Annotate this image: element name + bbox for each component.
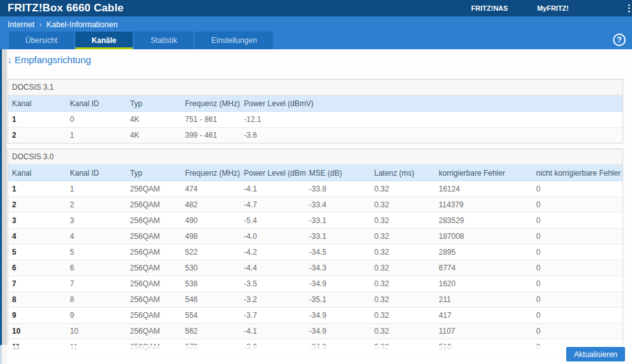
table-cell: 256QAM [127, 197, 182, 213]
table-cell: 256QAM [127, 245, 182, 260]
table-cell: 6 [66, 260, 127, 276]
column-header: Kanal [8, 165, 66, 181]
tab-statistik[interactable]: Statistik [134, 32, 194, 49]
table-cell: -33.1 [306, 229, 371, 245]
table-cell: 0.32 [371, 213, 435, 229]
table-cell: 2 [8, 197, 66, 213]
table-cell: 0.32 [371, 197, 435, 213]
table-cell: -35.1 [306, 292, 371, 308]
column-header: Kanal [8, 95, 66, 112]
table-cell: 4K [127, 128, 182, 143]
table-cell: -12.1 [240, 112, 623, 128]
table-cell: -33.1 [306, 213, 371, 229]
table-cell: -4.1 [240, 324, 306, 339]
fritznas-link[interactable]: FRITZ!NAS [471, 4, 508, 12]
table-cell: 0 [533, 197, 623, 213]
table-cell: 1 [8, 112, 66, 128]
table-row: 1010256QAM562-4.1-34.90.3211070 [8, 324, 623, 339]
table-cell: 0 [533, 245, 623, 260]
table-cell: -5.4 [240, 213, 306, 229]
table-cell: -3.7 [240, 308, 306, 324]
table-row: 11256QAM474-4.1-33.80.32161240 [8, 181, 623, 197]
app-title: FRITZ!Box 6660 Cable [8, 2, 124, 15]
table-cell: -4.4 [240, 260, 306, 276]
main-content: ↓Empfangsrichtung DOCSIS 3.1 KanalKanal … [0, 49, 632, 355]
help-icon[interactable]: ? [613, 33, 626, 46]
table-cell: 5 [66, 245, 127, 260]
tab-uebersicht[interactable]: Übersicht [9, 32, 74, 49]
table-cell: 1 [8, 181, 66, 197]
tab-einstellungen[interactable]: Einstellungen [195, 32, 273, 49]
table-cell: 3 [8, 213, 66, 229]
column-header: MSE (dB) [306, 165, 371, 181]
table-cell: 0 [533, 229, 623, 245]
top-bar: FRITZ!Box 6660 Cable FRITZ!NAS MyFRITZ! … [0, 0, 632, 16]
table-cell: -3.6 [240, 128, 623, 143]
table-cell: 2 [8, 128, 66, 143]
table-cell: 211 [435, 292, 533, 308]
table-cell: 0.32 [371, 292, 435, 308]
table-cell: 417 [435, 308, 533, 324]
docsis30-column-headers: KanalKanal IDTypFrequenz (MHz)Power Leve… [8, 165, 623, 181]
docsis31-table: DOCSIS 3.1 KanalKanal IDTypFrequenz (MHz… [8, 79, 623, 143]
table-row: 22256QAM482-4.7-33.40.321143790 [8, 197, 623, 213]
column-header: Power Level (dBmV) [240, 95, 623, 112]
table-cell: 0.32 [371, 308, 435, 324]
table-cell: 6774 [435, 260, 533, 276]
table-cell: 530 [182, 260, 240, 276]
table-cell: 283529 [435, 213, 533, 229]
tab-kanaele[interactable]: Kanäle [75, 32, 133, 49]
column-header: korrigierbare Fehler [435, 165, 533, 181]
table-cell: 10 [8, 324, 66, 339]
table-row: 77256QAM538-3.5-34.90.3216200 [8, 276, 623, 292]
table-cell: 6 [8, 260, 66, 276]
myfritz-link[interactable]: MyFRITZ! [537, 4, 569, 12]
table-cell: -4.7 [240, 197, 306, 213]
column-header: Typ [127, 165, 182, 181]
table-cell: 1 [66, 128, 127, 143]
empfangsrichtung-label: Empfangsrichtung [15, 54, 91, 65]
table-cell: -34.9 [306, 324, 371, 339]
table-cell: -34.9 [306, 308, 371, 324]
table-cell: 1107 [435, 324, 533, 339]
table-cell: 256QAM [127, 181, 182, 197]
column-header: Typ [127, 95, 182, 112]
table-cell: 9 [8, 308, 66, 324]
table-cell: 0 [533, 213, 623, 229]
table-cell: 10 [66, 324, 127, 339]
table-cell: 498 [182, 229, 240, 245]
table-cell: 256QAM [127, 260, 182, 276]
breadcrumb-kabel-informationen: Kabel-Informationen [46, 20, 118, 29]
table-row: 104K751 - 861-12.1 [8, 112, 623, 128]
refresh-button[interactable]: Aktualisieren [566, 347, 625, 361]
table-cell: 5 [8, 245, 66, 260]
kebab-menu-icon[interactable]: ⋮ [624, 2, 632, 15]
bottom-action-bar: Aktualisieren [0, 345, 632, 364]
docsis30-title: DOCSIS 3.0 [8, 149, 623, 165]
table-cell: 554 [182, 308, 240, 324]
table-cell: -34.3 [306, 260, 371, 276]
table-cell: -3.5 [240, 276, 306, 292]
left-edge-gutter [2, 49, 7, 364]
table-cell: 0 [66, 112, 127, 128]
table-cell: -33.8 [306, 181, 371, 197]
breadcrumb-internet[interactable]: Internet [8, 20, 34, 29]
column-header: nicht korrigierbare Fehler [533, 165, 623, 181]
table-row: 33256QAM490-5.4-33.10.322835290 [8, 213, 623, 229]
table-cell: 0.32 [371, 229, 435, 245]
table-cell: 399 - 461 [182, 128, 240, 143]
table-cell: 474 [182, 181, 240, 197]
column-header: Frequenz (MHz) [182, 165, 240, 181]
table-cell: -3.2 [240, 292, 306, 308]
table-cell: 0 [533, 308, 623, 324]
table-cell: 8 [66, 292, 127, 308]
table-cell: 9 [66, 308, 127, 324]
breadcrumb: Internet › Kabel-Informationen [0, 16, 632, 32]
empfangsrichtung-heading[interactable]: ↓Empfangsrichtung [8, 54, 632, 66]
table-cell: 7 [8, 276, 66, 292]
fritzbox-admin-page: FRITZ!Box 6660 Cable FRITZ!NAS MyFRITZ! … [0, 0, 632, 364]
table-cell: 187008 [435, 229, 533, 245]
table-cell: 2895 [435, 245, 533, 260]
table-cell: 538 [182, 276, 240, 292]
table-cell: -4.0 [240, 229, 306, 245]
